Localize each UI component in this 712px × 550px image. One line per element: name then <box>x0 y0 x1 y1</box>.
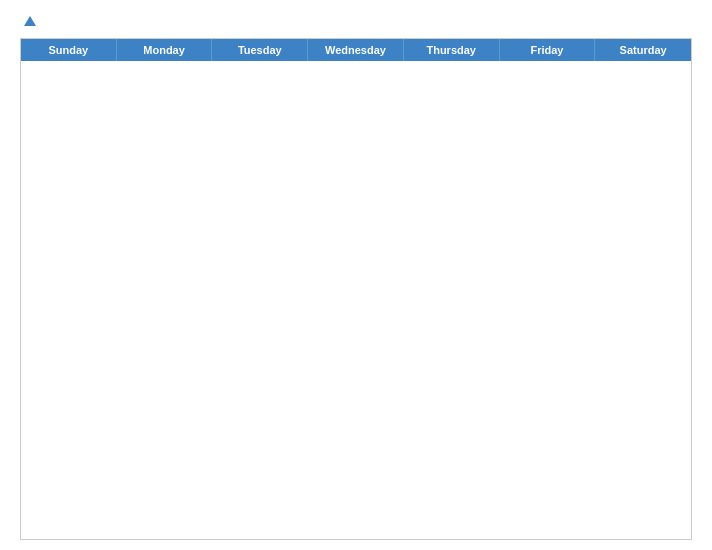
calendar-page: SundayMondayTuesdayWednesdayThursdayFrid… <box>0 0 712 550</box>
day-header-saturday: Saturday <box>595 39 691 61</box>
day-header-sunday: Sunday <box>21 39 117 61</box>
weeks-container <box>21 61 691 539</box>
logo-triangle-icon <box>24 16 36 26</box>
days-header: SundayMondayTuesdayWednesdayThursdayFrid… <box>21 39 691 61</box>
header <box>20 16 692 26</box>
calendar-grid: SundayMondayTuesdayWednesdayThursdayFrid… <box>20 38 692 540</box>
day-header-wednesday: Wednesday <box>308 39 404 61</box>
logo-blue-text <box>20 16 36 26</box>
logo <box>20 16 36 26</box>
day-header-tuesday: Tuesday <box>212 39 308 61</box>
day-header-monday: Monday <box>117 39 213 61</box>
day-header-friday: Friday <box>500 39 596 61</box>
day-header-thursday: Thursday <box>404 39 500 61</box>
